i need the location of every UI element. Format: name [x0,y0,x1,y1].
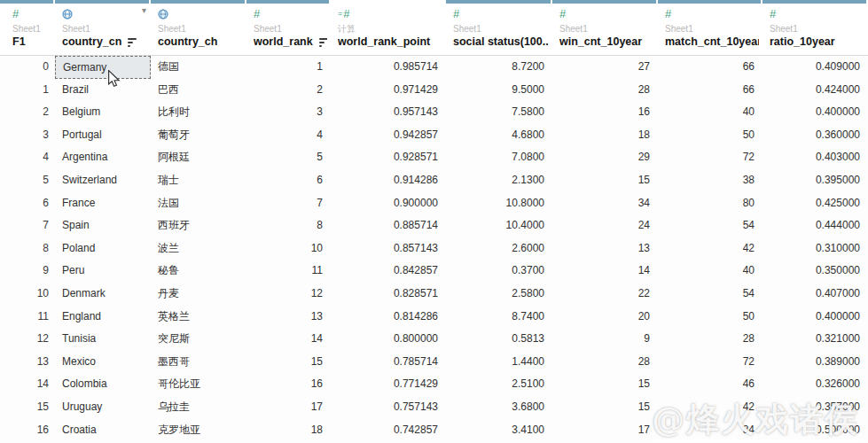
table-cell[interactable]: 法国 [151,192,246,215]
table-cell[interactable]: Spain [55,214,151,237]
table-cell[interactable]: 5 [246,146,331,169]
column-header-world_rank[interactable]: #Sheet1world_rank [246,0,331,56]
table-cell[interactable]: 瑞士 [151,169,246,192]
table-cell[interactable]: England [55,306,151,329]
table-cell[interactable]: 0.842857 [331,260,446,283]
table-cell[interactable]: 14 [246,328,331,351]
table-cell[interactable]: Belgium [55,101,151,124]
table-cell[interactable]: Colombia [55,373,151,396]
table-cell[interactable]: 丹麦 [151,283,246,306]
table-cell[interactable]: Denmark [55,283,151,306]
row-index-cell[interactable]: 12 [0,328,55,351]
table-cell[interactable]: 1.4400 [446,351,552,374]
table-cell[interactable]: 40 [658,101,762,124]
table-cell[interactable]: 28 [658,328,762,351]
table-cell[interactable]: 18 [552,124,658,147]
table-cell[interactable]: Poland [55,237,151,260]
table-cell[interactable]: 66 [658,79,762,102]
table-cell[interactable]: France [55,192,151,215]
table-cell[interactable]: 0.350000 [762,260,868,283]
table-cell[interactable]: 乌拉圭 [151,396,246,419]
table-cell[interactable]: 哥伦比亚 [151,373,246,396]
table-cell[interactable]: 40 [658,260,762,283]
table-cell[interactable]: 11 [246,260,331,283]
table-cell[interactable]: 秘鲁 [151,260,246,283]
table-cell[interactable]: 3.4100 [446,419,552,442]
table-cell[interactable]: 28 [552,351,658,374]
table-cell[interactable]: Brazil [55,79,151,102]
table-cell[interactable]: 50 [658,124,762,147]
row-index-cell[interactable]: 13 [0,351,55,374]
table-cell[interactable]: 0.942857 [331,124,446,147]
table-cell[interactable]: Uruguay [55,396,151,419]
table-cell[interactable]: 28 [552,79,658,102]
table-cell[interactable]: Germany [55,56,151,79]
table-cell[interactable]: 17 [246,396,331,419]
row-index-cell[interactable]: 15 [0,396,55,419]
table-cell[interactable]: 20 [552,306,658,329]
table-cell[interactable]: 0.971429 [331,79,446,102]
table-cell[interactable]: 2.6000 [446,237,552,260]
table-cell[interactable]: 0.444000 [762,214,868,237]
table-cell[interactable]: 0.957143 [331,101,446,124]
row-index-cell[interactable]: 7 [0,214,55,237]
table-cell[interactable]: 72 [658,146,762,169]
table-cell[interactable]: 13 [552,237,658,260]
row-index-cell[interactable]: 10 [0,283,55,306]
table-cell[interactable]: 4.6800 [446,124,552,147]
table-cell[interactable]: 阿根廷 [151,146,246,169]
row-index-cell[interactable]: 16 [0,419,55,442]
table-cell[interactable]: 0.389000 [762,351,868,374]
table-cell[interactable]: 9 [552,328,658,351]
table-cell[interactable]: 4 [246,124,331,147]
table-cell[interactable]: 50 [658,306,762,329]
row-index-cell[interactable]: 0 [0,56,55,79]
table-cell[interactable]: 0.785714 [331,351,446,374]
row-index-cell[interactable]: 6 [0,192,55,215]
table-cell[interactable]: 8.7400 [446,306,552,329]
row-index-cell[interactable]: 14 [0,373,55,396]
table-cell[interactable]: 0.828571 [331,283,446,306]
sort-icon[interactable] [128,37,137,47]
table-cell[interactable]: 15 [246,351,331,374]
table-cell[interactable]: 72 [658,351,762,374]
table-cell[interactable]: 0.900000 [331,192,446,215]
table-cell[interactable]: 42 [658,237,762,260]
table-cell[interactable]: 3 [246,101,331,124]
table-cell[interactable]: 0.407000 [762,283,868,306]
table-cell[interactable]: 突尼斯 [151,328,246,351]
table-cell[interactable]: 80 [658,192,762,215]
table-cell[interactable]: 8.7200 [446,56,552,79]
table-cell[interactable]: 英格兰 [151,306,246,329]
table-cell[interactable]: 8 [246,214,331,237]
table-cell[interactable]: 0.395000 [762,169,868,192]
column-header-match_cnt_10year[interactable]: #Sheet1match_cnt_10year [658,0,762,56]
table-cell[interactable]: 0.742857 [331,419,446,442]
row-index-cell[interactable]: 9 [0,260,55,283]
table-cell[interactable]: 0.3700 [446,260,552,283]
table-cell[interactable]: 14 [552,260,658,283]
column-header-country_cn[interactable]: ▾Sheet1country_cn [55,0,151,56]
table-cell[interactable]: 葡萄牙 [151,124,246,147]
table-cell[interactable]: 0.800000 [331,328,446,351]
table-cell[interactable]: 27 [552,56,658,79]
column-header-F1[interactable]: #Sheet1F1 [0,0,55,56]
table-cell[interactable]: 16 [552,101,658,124]
table-cell[interactable]: Mexico [55,351,151,374]
table-cell[interactable]: 54 [658,214,762,237]
table-cell[interactable]: 0.360000 [762,124,868,147]
table-cell[interactable]: 46 [658,373,762,396]
column-header-country_ch[interactable]: Sheet1country_ch [151,0,246,56]
table-cell[interactable]: 7.5800 [446,101,552,124]
table-cell[interactable]: 0.310000 [762,237,868,260]
table-cell[interactable]: 12 [246,283,331,306]
row-index-cell[interactable]: 8 [0,237,55,260]
table-cell[interactable]: 10.8000 [446,192,552,215]
table-cell[interactable]: 16 [246,373,331,396]
table-cell[interactable]: Portugal [55,124,151,147]
table-cell[interactable]: 22 [552,283,658,306]
table-cell[interactable]: 2.5800 [446,283,552,306]
table-cell[interactable]: 34 [552,192,658,215]
table-cell[interactable]: 0.400000 [762,306,868,329]
table-cell[interactable]: 6 [246,169,331,192]
